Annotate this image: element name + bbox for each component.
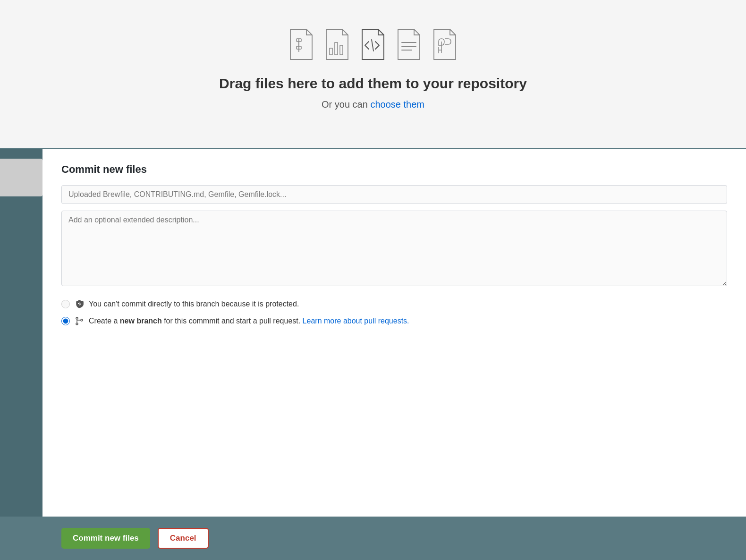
protected-branch-radio[interactable]: [61, 300, 70, 308]
commit-description-input[interactable]: [61, 211, 727, 286]
protected-branch-label: You can't commit directly to this branch…: [89, 300, 299, 308]
svg-text:!: !: [79, 302, 80, 306]
action-bar: Commit new files Cancel: [0, 517, 746, 560]
file-type-icons: [288, 28, 458, 60]
svg-line-7: [372, 40, 373, 51]
commit-message-input[interactable]: [61, 185, 727, 204]
zip-file-icon: [288, 28, 315, 60]
chart-file-icon: [323, 28, 351, 60]
commit-new-files-button[interactable]: Commit new files: [61, 528, 150, 549]
branch-options: ! You can't commit directly to this bran…: [61, 299, 727, 326]
code-file-icon: [359, 28, 387, 60]
text-file-icon: [395, 28, 423, 60]
sidebar-collapse-button[interactable]: [0, 159, 42, 196]
choose-files-link[interactable]: choose them: [370, 99, 424, 110]
commit-panel: Commit new files ! You can't commit dire…: [42, 149, 746, 517]
shield-icon: !: [75, 299, 84, 309]
svg-rect-4: [330, 48, 332, 55]
svg-rect-5: [335, 42, 338, 55]
branch-icon: [75, 316, 84, 326]
drop-zone-subtext: Or you can choose them: [322, 99, 424, 110]
new-branch-option[interactable]: Create a new branch for this commmit and…: [61, 316, 727, 326]
svg-point-15: [81, 319, 83, 321]
pull-request-learn-more-link[interactable]: Learn more about pull requests.: [303, 317, 409, 325]
commit-panel-title: Commit new files: [61, 163, 727, 176]
svg-rect-6: [340, 45, 343, 55]
new-branch-label: Create a new branch for this commmit and…: [89, 317, 409, 325]
sidebar-handle: [0, 149, 42, 517]
pdf-file-icon: [431, 28, 458, 60]
cancel-button[interactable]: Cancel: [158, 528, 209, 549]
protected-branch-option[interactable]: ! You can't commit directly to this bran…: [61, 299, 727, 309]
drop-zone[interactable]: Drag files here to add them to your repo…: [0, 0, 746, 149]
drop-zone-heading: Drag files here to add them to your repo…: [219, 76, 527, 92]
new-branch-radio[interactable]: [61, 317, 70, 325]
drop-zone-subtext-prefix: Or you can: [322, 99, 370, 110]
svg-point-13: [76, 317, 78, 319]
bottom-area: Commit new files ! You can't commit dire…: [0, 149, 746, 517]
